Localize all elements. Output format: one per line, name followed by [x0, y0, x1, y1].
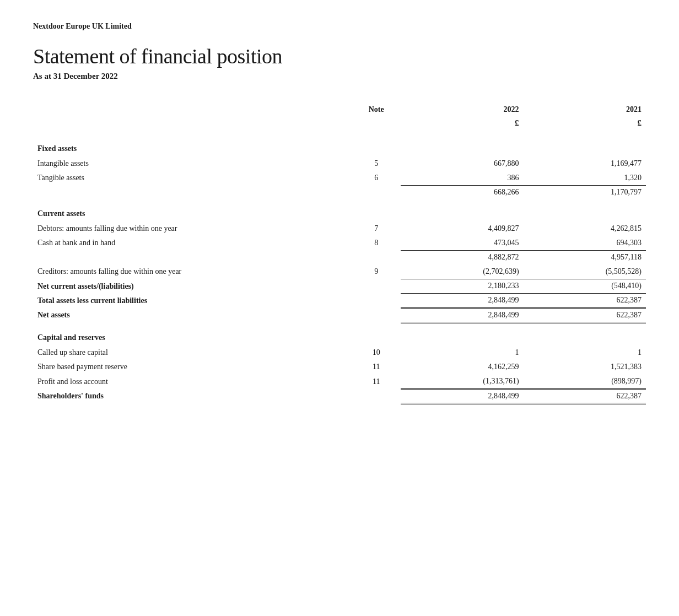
row-value-2022: (2,702,639) — [401, 264, 523, 279]
bold-double-net-assets: Net assets 2,848,499 622,387 — [33, 308, 646, 323]
row-value-2021: 694,303 — [524, 236, 646, 251]
bold-subtotal-value-2022: 2,180,233 — [401, 279, 523, 294]
bold-total-value-2022: 2,848,499 — [401, 294, 523, 309]
row-value-2021: 1,169,477 — [524, 156, 646, 171]
row-value-2022: 667,880 — [401, 156, 523, 171]
row-value-2022: 1 — [401, 345, 523, 360]
section-header-current-assets-header: Current assets — [33, 199, 646, 221]
label-currency-header — [33, 118, 352, 134]
bold-total-label: Total assets less current liabilities — [33, 294, 352, 309]
bold-subtotal-label: Net current assets/(liabilities) — [33, 279, 352, 294]
row-creditors: Creditors: amounts falling due within on… — [33, 264, 646, 279]
row-tangible-assets: Tangible assets 6 386 1,320 — [33, 171, 646, 186]
subtotal-value-2022: 4,882,872 — [401, 251, 523, 265]
row-label: Called up share capital — [33, 345, 352, 360]
row-note: 6 — [352, 171, 401, 186]
row-value-2021: 1 — [524, 345, 646, 360]
bold-total-note — [352, 294, 401, 309]
subtotal-value-2022: 668,266 — [401, 186, 523, 200]
subtotal-value-2021: 1,170,797 — [524, 186, 646, 200]
row-note: 8 — [352, 236, 401, 251]
row-value-2021: (898,997) — [524, 374, 646, 389]
row-label: Tangible assets — [33, 171, 352, 186]
bold-subtotal-note — [352, 279, 401, 294]
row-cash-at-bank: Cash at bank and in hand 8 473,045 694,3… — [33, 236, 646, 251]
note-currency-header — [352, 118, 401, 134]
bold-double-value-2022: 2,848,499 — [401, 389, 523, 404]
row-called-up-share-capital: Called up share capital 10 1 1 — [33, 345, 646, 360]
label-col-header — [33, 103, 352, 118]
row-debtors: Debtors: amounts falling due within one … — [33, 221, 646, 236]
year2022-col-header: 2022 — [401, 103, 523, 118]
section-header-label: Capital and reserves — [33, 323, 646, 346]
row-note: 11 — [352, 374, 401, 389]
company-name: Nextdoor Europe UK Limited — [33, 22, 646, 31]
section-header-label: Current assets — [33, 199, 646, 221]
row-label: Creditors: amounts falling due within on… — [33, 264, 352, 279]
bold-subtotal-net-current-assets: Net current assets/(liabilities) 2,180,2… — [33, 279, 646, 294]
row-share-based-payment: Share based payment reserve 11 4,162,259… — [33, 360, 646, 374]
row-label: Cash at bank and in hand — [33, 236, 352, 251]
row-value-2021: 4,262,815 — [524, 221, 646, 236]
row-label: Intangible assets — [33, 156, 352, 171]
row-intangible-assets: Intangible assets 5 667,880 1,169,477 — [33, 156, 646, 171]
row-value-2021: 1,320 — [524, 171, 646, 186]
row-label: Debtors: amounts falling due within one … — [33, 221, 352, 236]
row-note: 9 — [352, 264, 401, 279]
row-note: 5 — [352, 156, 401, 171]
bold-double-note — [352, 308, 401, 323]
bold-double-value-2022: 2,848,499 — [401, 308, 523, 323]
row-value-2021: 1,521,383 — [524, 360, 646, 374]
financial-table: Note 2022 2021 £ £ Fixed assets Intangib… — [33, 103, 646, 404]
subtotal-label — [33, 251, 352, 265]
row-note: 11 — [352, 360, 401, 374]
row-note: 7 — [352, 221, 401, 236]
row-label: Share based payment reserve — [33, 360, 352, 374]
year2021-currency-header: £ — [524, 118, 646, 134]
subtotal-value-2021: 4,957,118 — [524, 251, 646, 265]
bold-total-total-assets-less-current: Total assets less current liabilities 2,… — [33, 294, 646, 309]
row-label: Profit and loss account — [33, 374, 352, 389]
subtotal-note — [352, 186, 401, 200]
year2022-currency-header: £ — [401, 118, 523, 134]
bold-double-label: Shareholders' funds — [33, 389, 352, 404]
note-col-header: Note — [352, 103, 401, 118]
subtotal-fixed-assets-total: 668,266 1,170,797 — [33, 186, 646, 200]
statement-title: Statement of financial position — [33, 44, 646, 68]
section-header-fixed-assets-header: Fixed assets — [33, 134, 646, 156]
year2021-col-header: 2021 — [524, 103, 646, 118]
row-profit-loss: Profit and loss account 11 (1,313,761) (… — [33, 374, 646, 389]
subtotal-current-assets-total: 4,882,872 4,957,118 — [33, 251, 646, 265]
row-note: 10 — [352, 345, 401, 360]
bold-total-value-2021: 622,387 — [524, 294, 646, 309]
bold-double-shareholders-funds: Shareholders' funds 2,848,499 622,387 — [33, 389, 646, 404]
row-value-2022: 4,409,827 — [401, 221, 523, 236]
subtotal-label — [33, 186, 352, 200]
bold-double-value-2021: 622,387 — [524, 389, 646, 404]
bold-subtotal-value-2021: (548,410) — [524, 279, 646, 294]
section-header-capital-reserves-header: Capital and reserves — [33, 323, 646, 346]
row-value-2021: (5,505,528) — [524, 264, 646, 279]
statement-subtitle: As at 31 December 2022 — [33, 72, 646, 81]
bold-double-value-2021: 622,387 — [524, 308, 646, 323]
row-value-2022: (1,313,761) — [401, 374, 523, 389]
bold-double-note — [352, 389, 401, 404]
row-value-2022: 473,045 — [401, 236, 523, 251]
bold-double-label: Net assets — [33, 308, 352, 323]
row-value-2022: 4,162,259 — [401, 360, 523, 374]
row-value-2022: 386 — [401, 171, 523, 186]
subtotal-note — [352, 251, 401, 265]
section-header-label: Fixed assets — [33, 134, 646, 156]
